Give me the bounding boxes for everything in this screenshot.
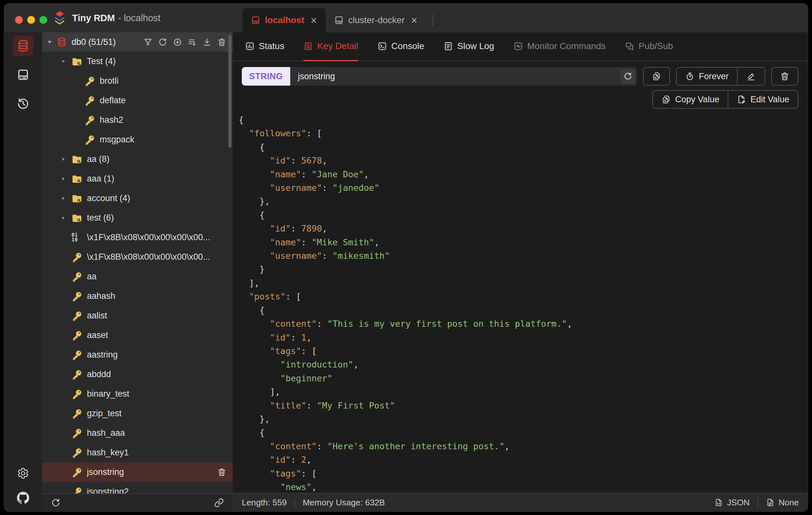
window-controls [15,16,47,24]
key [84,115,95,126]
json-line: "id": 2, [239,453,808,466]
json-line: "id": 5678, [239,154,808,167]
tree-folder-aaa-1-[interactable]: aaa (1) [42,169,233,189]
chevron [61,176,66,181]
copy-value-button[interactable]: Copy Value [653,91,728,108]
tab-divider [433,15,433,26]
tree-key-aastring[interactable]: aastring [42,345,233,365]
tree-key-jsonstring2[interactable]: jsonstring2 [42,482,233,493]
delete-key-button[interactable] [771,67,798,86]
chevron-right-icon[interactable] [61,156,71,162]
tree-folder-test-6-[interactable]: test (6) [42,208,233,228]
tab-label: Status [259,41,284,51]
database-header[interactable]: db0 (51/51) [42,32,233,52]
tree-item-label: hash_aaa [87,428,128,438]
key [71,369,82,380]
copy-key-button[interactable] [643,67,670,86]
chevron-down-icon[interactable] [61,59,71,64]
tree-key-aalist[interactable]: aalist [42,306,233,325]
key [84,76,95,87]
tree-folder-aa-8-[interactable]: aa (8) [42,149,233,169]
tree-key-hash2[interactable]: hash2 [42,110,233,130]
json-line: "content": "This is my very first post o… [239,317,808,331]
ttl-button[interactable]: Forever [677,68,737,85]
delete-button[interactable] [217,37,226,47]
github-button[interactable] [17,492,29,504]
rename-key-button[interactable] [737,68,764,85]
load-more-button[interactable] [187,37,197,47]
tree-item-label: deflate [100,95,128,106]
tree-key-brotli[interactable]: brotli [42,71,233,91]
minimize-window-button[interactable] [27,16,35,24]
reload-key-button[interactable] [620,69,635,84]
tab-monitor-commands[interactable]: Monitor Commands [514,32,606,61]
chevron-right-icon[interactable] [61,215,71,221]
copy-value-label: Copy Value [675,94,719,105]
close-window-button[interactable] [15,16,23,24]
doc-edit-icon [737,94,746,104]
tab-slow-log[interactable]: Slow Log [443,32,494,61]
import-button[interactable] [202,37,212,47]
rail-history-button[interactable] [13,93,33,114]
json-line: { [239,426,808,439]
json-line: } [239,263,808,276]
tree-folder-test-4-[interactable]: Test (4) [42,52,233,71]
tree-key-gzip-test[interactable]: gzip_test [42,404,233,423]
folder [71,56,82,67]
edit-value-button[interactable]: Edit Value [728,91,798,108]
tree-scrollbar[interactable] [228,35,232,148]
maximize-window-button[interactable] [39,16,47,24]
pubsub-icon [625,41,634,51]
filter-button[interactable] [143,37,153,47]
json-line: "title": "My First Post" [239,399,808,412]
tree-key-abddd[interactable]: abddd [42,365,233,384]
refresh-keys-button[interactable] [51,498,61,508]
chevron-right-icon[interactable] [61,176,71,181]
tree-key--x1f-x8b-x08-x00-x00-x00[interactable]: \x1F\x8B\x08\x00\x00\x00\x00... [42,247,233,267]
folder [71,173,82,184]
tree-key-binary-test[interactable]: binary_test [42,384,233,404]
tree-key-aa[interactable]: aa [42,267,233,286]
tree-key-msgpack[interactable]: msgpack [42,130,233,149]
decode-format-select[interactable]: None [766,498,799,508]
chevron-down-icon[interactable] [47,39,53,45]
tree-key-deflate[interactable]: deflate [42,91,233,110]
tree-key-hash-key1[interactable]: hash_key1 [42,443,233,462]
tab-label: Key Detail [317,41,358,51]
tree-key-aahash[interactable]: aahash [42,286,233,306]
connection-tab-localhost[interactable]: localhost [242,8,326,32]
doc-code-icon [714,498,723,507]
tree-key-hash-aaa[interactable]: hash_aaa [42,423,233,443]
x-icon [410,17,418,24]
value-viewer[interactable]: { "followers": [ { "id": 5678, "name": "… [233,109,808,493]
connection-tab-cluster-docker[interactable]: cluster-docker [326,8,426,32]
tree-item-label: aa (8) [87,154,112,164]
close-icon[interactable] [310,17,318,24]
key [84,95,95,106]
tab-pub-sub[interactable]: Pub/Sub [625,32,673,61]
settings-button[interactable] [17,467,29,479]
key-name-input[interactable]: jsonstring [290,67,637,86]
tab-console[interactable]: Console [377,32,424,61]
tree-key-aaset[interactable]: aaset [42,325,233,345]
tab-key-detail[interactable]: Key Detail [303,32,358,61]
rail-server-button[interactable] [13,64,33,85]
chevron-right-icon[interactable] [61,196,71,201]
key-icon [71,330,82,341]
connect-button[interactable] [214,498,224,508]
json-line: ], [239,385,808,399]
view-format-select[interactable]: JSON [714,498,750,508]
add-key-button[interactable] [173,37,182,47]
close-icon[interactable] [410,17,418,24]
delete-key-inline-button[interactable] [217,467,226,477]
tree-key-jsonstring[interactable]: jsonstring [42,462,233,482]
rail-database-button[interactable] [13,36,33,56]
refresh-button[interactable] [158,37,167,47]
json-line: "name": "Mike Smith", [239,236,808,249]
tree-key--x1f-x8b-x08-x00-x00-x00[interactable]: 0110\x1F\x8B\x08\x00\x00\x00\x00... [42,228,233,247]
key-icon [71,271,82,282]
folder-icon [71,56,82,67]
tab-status[interactable]: Status [245,32,284,61]
tree-folder-account-4-[interactable]: account (4) [42,189,233,208]
sidebar-bottom-bar [42,493,233,512]
